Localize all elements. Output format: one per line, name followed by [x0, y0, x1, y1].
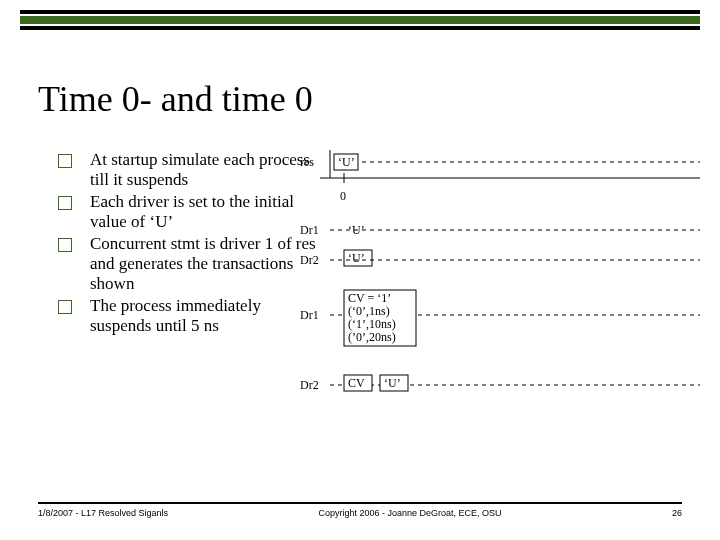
dr2-cv: CV — [348, 376, 365, 390]
dr1-line-0: CV = ‘1’ — [348, 291, 391, 305]
footer-right: 26 — [622, 508, 682, 518]
top-decoration — [20, 10, 700, 32]
dr1-line-3: (’0’,20ns) — [348, 330, 396, 344]
footer: 1/8/2007 - L17 Resolved Siganls Copyrigh… — [38, 502, 682, 518]
bullet-text: The process immediately suspends until 5… — [90, 296, 318, 336]
bullet-icon — [58, 154, 72, 168]
timing-diagram: res ‘U’ 0 Dr1 ‘U’ Dr2 ‘U’ Dr1 CV = ‘1’ (… — [300, 150, 700, 410]
bullet-icon — [58, 300, 72, 314]
bullet-list: At startup simulate each process till it… — [58, 150, 318, 338]
dr1-line-1: (‘0’,1ns) — [348, 304, 390, 318]
list-item: The process immediately suspends until 5… — [58, 296, 318, 336]
footer-center: Copyright 2006 - Joanne DeGroat, ECE, OS… — [198, 508, 622, 518]
slide: Time 0- and time 0 At startup simulate e… — [0, 0, 720, 540]
top-line-1 — [20, 10, 700, 14]
dr2-value: ‘U’ — [348, 251, 365, 265]
res-label: res — [300, 155, 314, 169]
dr1-label-b: Dr1 — [300, 308, 319, 322]
bullet-text: Concurrent stmt is driver 1 of res and g… — [90, 234, 318, 294]
list-item: At startup simulate each process till it… — [58, 150, 318, 190]
bullet-text: At startup simulate each process till it… — [90, 150, 318, 190]
footer-left: 1/8/2007 - L17 Resolved Siganls — [38, 508, 198, 518]
dr1-value: ‘U’ — [348, 223, 365, 237]
dr2-label-b: Dr2 — [300, 378, 319, 392]
u-label: ‘U’ — [338, 155, 355, 169]
dr2-label: Dr2 — [300, 253, 319, 267]
dr2-val: ‘U’ — [384, 376, 401, 390]
dr1-line-2: (‘1’,10ns) — [348, 317, 396, 331]
diagram-svg: res ‘U’ 0 Dr1 ‘U’ Dr2 ‘U’ Dr1 CV = ‘1’ (… — [300, 150, 700, 410]
top-line-2 — [20, 26, 700, 30]
bullet-text: Each driver is set to the initial value … — [90, 192, 318, 232]
bullet-icon — [58, 238, 72, 252]
slide-title: Time 0- and time 0 — [38, 78, 313, 120]
top-color-bar — [20, 16, 700, 24]
bullet-icon — [58, 196, 72, 210]
list-item: Each driver is set to the initial value … — [58, 192, 318, 232]
dr1-label: Dr1 — [300, 223, 319, 237]
list-item: Concurrent stmt is driver 1 of res and g… — [58, 234, 318, 294]
zero-label: 0 — [340, 189, 346, 203]
